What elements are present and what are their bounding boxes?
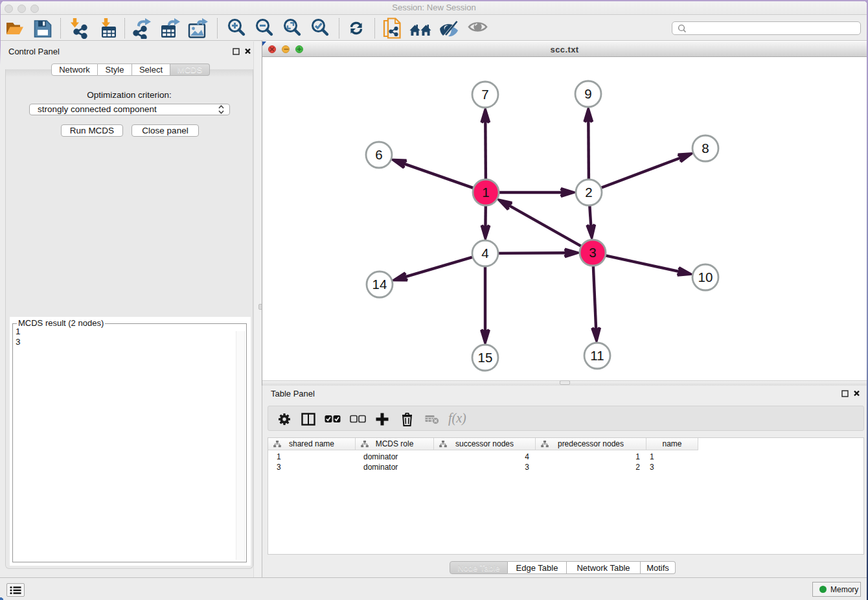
svg-text:11: 11 <box>590 348 604 363</box>
svg-text:7: 7 <box>481 87 488 102</box>
svg-text:1: 1 <box>482 185 489 200</box>
svg-text:10: 10 <box>698 270 713 284</box>
svg-text:15: 15 <box>478 350 493 365</box>
svg-text:3: 3 <box>589 245 596 260</box>
svg-text:4: 4 <box>481 246 488 260</box>
svg-text:2: 2 <box>585 185 592 200</box>
svg-text:9: 9 <box>584 86 591 101</box>
svg-text:14: 14 <box>372 277 387 292</box>
svg-text:8: 8 <box>702 141 709 156</box>
svg-text:6: 6 <box>375 147 382 162</box>
